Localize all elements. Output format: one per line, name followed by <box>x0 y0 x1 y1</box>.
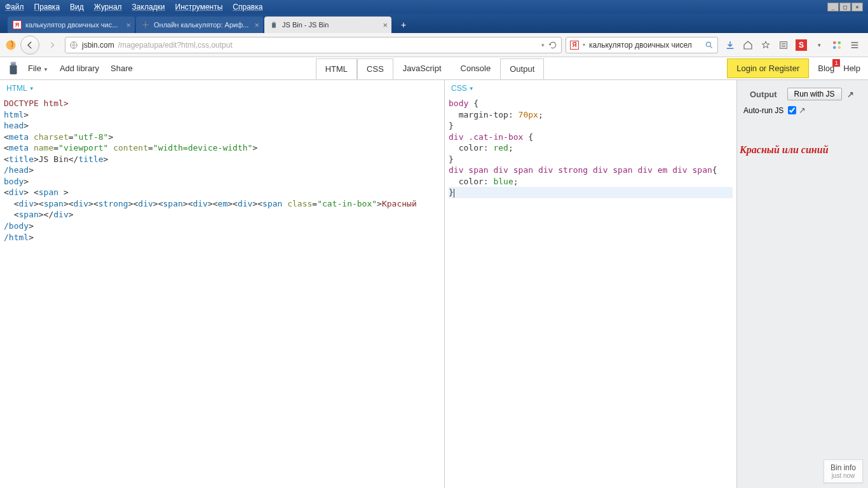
window-controls: _ □ × <box>827 3 863 11</box>
workspace: HTML▼ DOCTYPE html>html>head><meta chars… <box>0 80 868 488</box>
popout-icon-2[interactable]: ↗ <box>799 105 806 115</box>
browser-menubar: ФайлПравкаВидЖурналЗакладкиИнструментыСп… <box>0 0 868 14</box>
svg-point-10 <box>838 46 841 49</box>
hamburger-menu-icon[interactable] <box>849 39 860 51</box>
bin-info-subtitle: just now <box>831 472 856 479</box>
output-preview: Красный или синий <box>737 144 868 156</box>
svg-point-5 <box>706 42 710 46</box>
svg-rect-2 <box>273 22 275 23</box>
more-icon[interactable]: ▾ <box>813 39 825 51</box>
search-go-icon[interactable] <box>705 41 714 50</box>
browser-toolbar-icons: S ▾ <box>722 39 863 51</box>
jsbin-logo-icon[interactable] <box>6 60 20 77</box>
panel-switcher: HTML CSS JavaScript Console Output <box>316 58 545 79</box>
window-close[interactable]: × <box>851 3 863 11</box>
jsbin-right: Login or Register Blog 1 Help <box>727 58 865 78</box>
tab-close-icon[interactable]: × <box>254 20 259 30</box>
run-with-js-button[interactable]: Run with JS <box>787 88 842 100</box>
output-panel: Output Run with JS ↗ Auto-run JS ↗ Красн… <box>737 80 868 488</box>
tab-close-icon[interactable]: × <box>383 20 388 30</box>
tab-title: калькулятор двоичных чис... <box>25 21 122 29</box>
download-icon[interactable] <box>724 39 736 51</box>
nav-back-button[interactable] <box>20 36 39 55</box>
browser-menu-item[interactable]: Инструменты <box>175 3 223 11</box>
panel-tab-html[interactable]: HTML <box>316 58 357 79</box>
browser-tab[interactable]: JS Bin - JS Bin× <box>264 17 391 33</box>
panel-tab-console[interactable]: Console <box>451 58 501 79</box>
url-host: jsbin.com <box>82 41 114 50</box>
reload-icon[interactable] <box>548 41 557 50</box>
home-icon[interactable] <box>742 39 754 51</box>
browser-menu-item[interactable]: Журнал <box>94 3 122 11</box>
blog-link[interactable]: Blog 1 <box>818 64 834 73</box>
svg-point-3 <box>6 40 16 50</box>
window-minimize[interactable]: _ <box>827 3 839 11</box>
panel-tab-javascript[interactable]: JavaScript <box>393 58 451 79</box>
browser-menu-item[interactable]: Справка <box>233 3 262 11</box>
browser-menu-item[interactable]: Файл <box>5 3 24 11</box>
search-bar[interactable]: Я ▾ <box>566 37 718 53</box>
html-panel-header[interactable]: HTML▼ <box>0 80 444 97</box>
browser-menu-items: ФайлПравкаВидЖурналЗакладкиИнструментыСп… <box>5 3 262 11</box>
browser-tab-strip: Якалькулятор двоичных чис...×Онлайн каль… <box>0 14 868 33</box>
puzzle-icon[interactable] <box>831 39 843 51</box>
login-register-button[interactable]: Login or Register <box>727 58 809 78</box>
bookmark-star-icon[interactable] <box>760 39 771 51</box>
autorun-label: Auto-run JS <box>743 106 783 115</box>
css-panel-header[interactable]: CSS▼ <box>445 80 736 97</box>
jsbin-menu: File▼ Add library Share <box>28 64 133 73</box>
yandex-favicon-icon: Я <box>13 20 22 29</box>
bin-info-title: Bin info <box>831 463 856 472</box>
svg-rect-1 <box>272 23 276 28</box>
savefrom-icon[interactable]: S <box>796 39 807 51</box>
html-editor[interactable]: DOCTYPE html>html>head><meta charset="ut… <box>0 97 444 488</box>
url-bar[interactable]: jsbin.com/magepatupa/edit?html,css,outpu… <box>65 37 562 53</box>
blog-badge: 1 <box>832 59 840 67</box>
firefox-logo-icon <box>5 39 17 51</box>
css-panel: CSS▼ body { margin-top: 70px;}div .cat-i… <box>445 80 737 488</box>
bookmarks-list-icon[interactable] <box>778 39 789 51</box>
window-maximize[interactable]: □ <box>839 3 851 11</box>
browser-tab[interactable]: Якалькулятор двоичных чис...× <box>8 17 135 33</box>
browser-tab[interactable]: Онлайн калькулятор: Ариф...× <box>136 17 263 33</box>
tab-title: Онлайн калькулятор: Ариф... <box>154 21 250 29</box>
css-editor[interactable]: body { margin-top: 70px;}div .cat-in-box… <box>445 97 736 488</box>
globe-icon <box>69 41 78 50</box>
add-library-menu[interactable]: Add library <box>60 64 99 73</box>
yandex-icon: Я <box>570 41 579 50</box>
tab-title: JS Bin - JS Bin <box>282 21 379 29</box>
file-menu[interactable]: File▼ <box>28 64 48 73</box>
panel-tab-css[interactable]: CSS <box>357 58 393 79</box>
help-link[interactable]: Help <box>843 64 860 73</box>
panel-tab-output[interactable]: Output <box>500 58 544 79</box>
jsbin-topbar: File▼ Add library Share HTML CSS JavaScr… <box>0 57 868 80</box>
url-path: /magepatupa/edit?html,css,output <box>118 41 233 50</box>
autorun-checkbox[interactable] <box>788 106 796 114</box>
output-panel-title: Output <box>750 90 777 99</box>
svg-point-9 <box>833 46 836 49</box>
planet-favicon-icon <box>141 20 150 29</box>
svg-rect-11 <box>10 65 17 74</box>
svg-point-13 <box>10 62 16 64</box>
autorun-row: Auto-run JS ↗ <box>743 105 862 115</box>
jsbin-favicon-icon <box>269 20 278 29</box>
browser-menu-item[interactable]: Правка <box>34 3 60 11</box>
nav-forward-button[interactable] <box>43 36 61 54</box>
browser-menu-item[interactable]: Вид <box>70 3 84 11</box>
dropdown-icon[interactable]: ▾ <box>541 42 545 48</box>
svg-point-8 <box>838 41 841 44</box>
search-dropdown-icon[interactable]: ▾ <box>583 42 585 48</box>
popout-icon[interactable]: ↗ <box>847 90 854 99</box>
bin-info-box[interactable]: Bin info just now <box>824 459 863 483</box>
new-tab-button[interactable]: + <box>395 18 412 32</box>
share-menu[interactable]: Share <box>111 64 133 73</box>
search-input[interactable] <box>589 41 701 50</box>
browser-nav-bar: jsbin.com/magepatupa/edit?html,css,outpu… <box>0 33 868 57</box>
svg-point-7 <box>833 41 836 44</box>
html-panel: HTML▼ DOCTYPE html>html>head><meta chars… <box>0 80 445 488</box>
tab-close-icon[interactable]: × <box>126 20 131 30</box>
browser-menu-item[interactable]: Закладки <box>132 3 165 11</box>
